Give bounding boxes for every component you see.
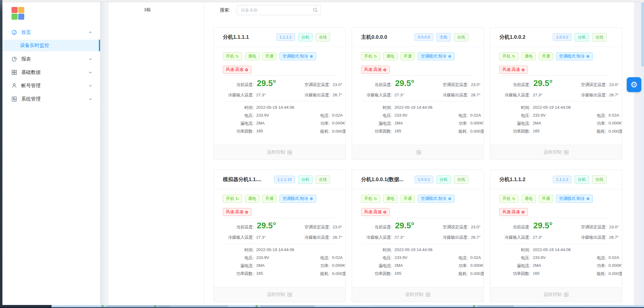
fan-icon: ✿ bbox=[245, 210, 248, 214]
chevron-up-icon bbox=[89, 31, 92, 34]
voltage-value: 233.9V bbox=[392, 255, 446, 261]
status-tag-row: 开机↻ 通电 开通 空调模式:制冷✻ 风速:高速✿ bbox=[490, 47, 615, 75]
taskbar-text-blur bbox=[260, 306, 315, 307]
power-factor-value: 165 bbox=[392, 129, 446, 134]
time-value: 2022-05-19 14:44:06 bbox=[392, 105, 484, 111]
address-badge: 1.1.1.10 bbox=[274, 176, 295, 183]
refresh-icon: ↻ bbox=[236, 197, 239, 201]
temp-out-label: 冷媒输出温度: bbox=[558, 235, 607, 240]
sidebar-item-system-management[interactable]: 系统管理 bbox=[2, 92, 100, 106]
electrical-section: 时间: 2022-05-19 14:44:06 电压: 233.9V 电流: 0… bbox=[352, 101, 484, 144]
remote-control-button[interactable]: 远程控制 bbox=[490, 287, 622, 302]
device-title: 主机0.0.0.0 bbox=[361, 34, 387, 41]
grid-icon bbox=[12, 70, 17, 75]
temp-current-label: 当前温度: bbox=[490, 224, 530, 230]
energy-label: 能耗: bbox=[584, 129, 606, 134]
temp-set-value: 23.0° bbox=[468, 82, 484, 87]
sliders-icon bbox=[12, 96, 17, 102]
sidebar-item-account-management[interactable]: 帐号管理 bbox=[2, 79, 100, 92]
power-factor-value: 165 bbox=[254, 271, 308, 277]
card-header: 模拟器分机1.1.... 1.1.1.10 分机 在线 bbox=[214, 170, 345, 189]
search-input[interactable] bbox=[237, 5, 321, 15]
device-card: 分机1.0.0.1(数据... 1.0.0.1 分机 在线 开机↻ 通电 开通 … bbox=[352, 170, 484, 302]
device-type-badge: 分机 bbox=[575, 33, 589, 41]
voltage-value: 233.9V bbox=[254, 255, 308, 261]
temp-in-value: 27.3° bbox=[530, 235, 558, 240]
temperature-section: 当前温度: 29.5° 空调设定温度: 23.0° 冷媒输入温度: 27.3° … bbox=[352, 218, 484, 243]
power-label: 功率: bbox=[446, 121, 468, 126]
opened-tag: 开通 bbox=[539, 52, 553, 60]
tree-node-building[interactable]: 3栋 bbox=[109, 2, 204, 13]
device-title: 模拟器分机1.1.... bbox=[223, 176, 262, 183]
leakage-value: 2MA bbox=[530, 263, 584, 269]
remote-control-button[interactable]: 远程控制 bbox=[490, 145, 622, 159]
power-value: 0.000KW bbox=[330, 263, 346, 269]
power-label: 功率: bbox=[308, 121, 330, 126]
power-label: 功率: bbox=[584, 263, 606, 269]
energy-label: 能耗: bbox=[446, 271, 468, 277]
leakage-label: 漏电流: bbox=[214, 121, 254, 126]
energy-value: 0.000度 bbox=[468, 271, 484, 277]
power-value: 0.000KW bbox=[606, 263, 622, 269]
opened-tag: 开通 bbox=[401, 52, 415, 60]
fan-speed-tag: 风速:高速✿ bbox=[499, 208, 528, 216]
sidebar-item-basic-data[interactable]: 基础数据 bbox=[2, 66, 100, 79]
logo-square-red bbox=[12, 7, 18, 13]
temp-out-label: 冷媒输出温度: bbox=[282, 235, 330, 240]
refresh-icon: ↻ bbox=[512, 55, 515, 58]
energized-tag: 通电 bbox=[383, 52, 397, 60]
refresh-icon: ↻ bbox=[236, 55, 239, 58]
temp-out-value: 26.7° bbox=[330, 235, 345, 240]
remote-control-button[interactable]: 远程控制 bbox=[214, 287, 345, 302]
energized-tag: 通电 bbox=[245, 195, 259, 203]
taskbar-text-blur bbox=[373, 306, 400, 307]
scrollbar-thumb[interactable] bbox=[641, 2, 644, 67]
time-label: 时间: bbox=[214, 105, 254, 111]
power-value: 0.000KW bbox=[468, 121, 484, 126]
refresh-icon: ↻ bbox=[374, 55, 377, 58]
temp-current-value: 29.5° bbox=[530, 79, 558, 88]
remote-control-sliders-icon bbox=[287, 292, 292, 297]
leakage-label: 漏电流: bbox=[214, 263, 254, 269]
remote-control-button[interactable] bbox=[352, 145, 484, 159]
remote-control-button[interactable]: 远程控制 bbox=[352, 287, 484, 302]
temp-in-label: 冷媒输入温度: bbox=[490, 235, 530, 240]
badge-group: 1.1.1.2 分机 在线 bbox=[553, 175, 607, 184]
sidebar-item-reports[interactable]: 报表 bbox=[2, 52, 100, 66]
current-value: 0.02A bbox=[468, 255, 484, 261]
refresh-icon: ↻ bbox=[374, 197, 377, 201]
temp-out-value: 26.7° bbox=[468, 235, 484, 240]
remote-control-label: 远程控制 bbox=[544, 292, 562, 297]
power-factor-value: 165 bbox=[392, 271, 446, 277]
temp-out-label: 冷媒输出温度: bbox=[282, 92, 330, 98]
current-label: 电流: bbox=[308, 113, 330, 118]
online-status-badge: 在线 bbox=[592, 33, 607, 41]
temperature-section: 当前温度: 29.5° 空调设定温度: 23.0° 冷媒输入温度: 27.3° … bbox=[214, 76, 345, 101]
temperature-section: 当前温度: 29.5° 空调设定温度: 23.0° 冷媒输入温度: 27.3° … bbox=[490, 218, 622, 243]
search-icon[interactable] bbox=[313, 7, 318, 14]
sidebar-item-device-monitoring[interactable]: 设备实时监控 bbox=[2, 40, 100, 51]
taskbar-app-icon bbox=[473, 305, 475, 307]
electrical-section: 时间: 2022-05-19 14:44:06 电压: 233.9V 电流: 0… bbox=[214, 101, 345, 144]
device-card: 模拟器分机1.1.... 1.1.1.10 分机 在线 开机↻ 通电 开通 空调… bbox=[213, 170, 346, 302]
card-header: 主机0.0.0.0 0.0.0.0 主机 在线 bbox=[352, 28, 484, 47]
temp-out-value: 26.7° bbox=[330, 93, 345, 97]
power-label: 功率: bbox=[584, 121, 606, 126]
voltage-value: 233.9V bbox=[392, 113, 446, 118]
opened-tag: 开通 bbox=[262, 52, 277, 60]
current-label: 电流: bbox=[446, 113, 468, 118]
power-value: 0.000KW bbox=[330, 121, 346, 126]
temp-in-label: 冷媒输入温度: bbox=[352, 92, 392, 98]
temp-in-label: 冷媒输入温度: bbox=[490, 92, 530, 98]
taskbar-app-icon bbox=[154, 305, 156, 307]
temp-out-label: 冷媒输出温度: bbox=[420, 235, 468, 240]
power-on-tag: 开机↻ bbox=[223, 52, 242, 60]
fan-speed-tag: 风速:高速✿ bbox=[223, 66, 251, 74]
sidebar-item-home[interactable]: 首页 bbox=[2, 26, 100, 39]
snowflake-icon: ✻ bbox=[310, 55, 313, 58]
voltage-label: 电压: bbox=[352, 113, 392, 118]
settings-button[interactable]: ⚙ bbox=[627, 77, 641, 92]
logo-square-green bbox=[12, 14, 18, 20]
panel-splitter[interactable] bbox=[100, 2, 109, 305]
remote-control-button[interactable]: 远程控制 bbox=[214, 145, 345, 159]
